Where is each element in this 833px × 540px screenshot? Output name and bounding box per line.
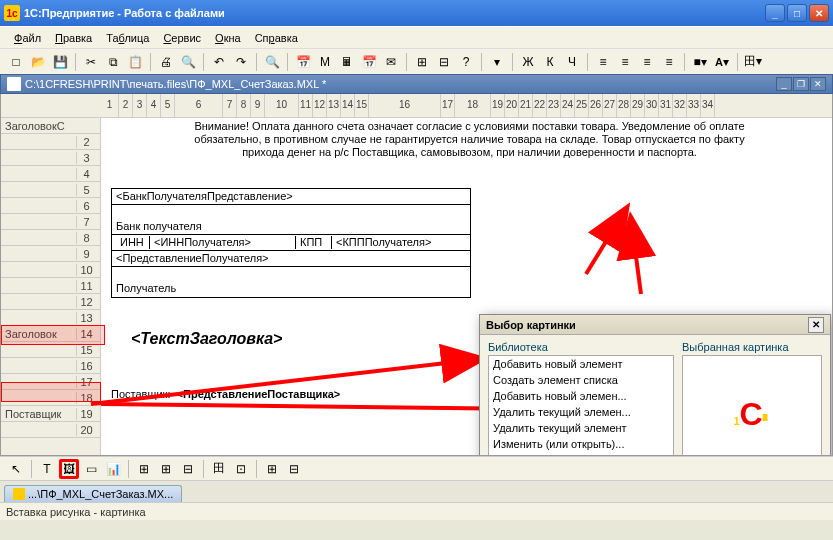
col-header[interactable]: 9 [251,94,265,117]
preview-icon[interactable]: 🔍 [178,52,198,72]
col-header[interactable]: 13 [327,94,341,117]
cut-icon[interactable]: ✂ [81,52,101,72]
zoom-icon[interactable]: 🔍 [262,52,282,72]
tb-dd[interactable]: ▾ [487,52,507,72]
col-header[interactable]: 2 [119,94,133,117]
menu-service[interactable]: Сервис [157,30,207,46]
mail-icon[interactable]: ✉ [381,52,401,72]
col-header[interactable]: 23 [547,94,561,117]
row-header-cell[interactable]: 4 [1,166,100,182]
bg-color-icon[interactable]: ■▾ [690,52,710,72]
col-header[interactable]: 27 [603,94,617,117]
underline-icon[interactable]: Ч [562,52,582,72]
list-item[interactable]: Удалить текущий элемент [489,420,673,436]
tb-b[interactable]: ⊟ [434,52,454,72]
row-header-cell[interactable]: 13 [1,310,100,326]
menu-windows[interactable]: Окна [209,30,247,46]
align-just-icon[interactable]: ≡ [659,52,679,72]
col-header[interactable]: 26 [589,94,603,117]
open-icon[interactable]: 📂 [28,52,48,72]
col-header[interactable]: 20 [505,94,519,117]
calendar-icon[interactable]: 📅 [293,52,313,72]
italic-icon[interactable]: К [540,52,560,72]
close-button[interactable]: ✕ [809,4,829,22]
col-header[interactable]: 17 [441,94,455,117]
list-item[interactable]: Добавить новый элемен... [489,388,673,404]
col-header[interactable]: 30 [645,94,659,117]
g1-icon[interactable]: ⊞ [134,459,154,479]
col-header[interactable]: 12 [313,94,327,117]
rect-icon[interactable]: ▭ [81,459,101,479]
bold-icon[interactable]: Ж [518,52,538,72]
menu-file[interactable]: Файл [8,30,47,46]
row-header-cell[interactable]: 18 [1,390,100,406]
text-icon[interactable]: T [37,459,57,479]
row-header-cell[interactable]: Поставщик19 [1,406,100,422]
copy-icon[interactable]: ⧉ [103,52,123,72]
list-item[interactable]: Добавить новый элемент [489,356,673,372]
dialog-close-icon[interactable]: ✕ [808,317,824,333]
split1-icon[interactable]: ⊞ [262,459,282,479]
align-right-icon[interactable]: ≡ [637,52,657,72]
col-header[interactable]: 11 [299,94,313,117]
m-icon[interactable]: M [315,52,335,72]
grid-icon[interactable]: 田 [209,459,229,479]
menu-help[interactable]: Справка [249,30,304,46]
col-header[interactable]: 5 [161,94,175,117]
print-icon[interactable]: 🖨 [156,52,176,72]
row-header-cell[interactable]: 15 [1,342,100,358]
tb-a[interactable]: ⊞ [412,52,432,72]
list-item[interactable]: Удалить текущий элемен... [489,404,673,420]
pointer-icon[interactable]: ↖ [6,459,26,479]
row-header-cell[interactable]: 11 [1,278,100,294]
row-header-cell[interactable]: 10 [1,262,100,278]
calc-icon[interactable]: 🖩 [337,52,357,72]
col-header[interactable]: 25 [575,94,589,117]
col-header[interactable]: 32 [673,94,687,117]
row-header-cell[interactable]: 6 [1,198,100,214]
col-header[interactable]: 24 [561,94,575,117]
doc-restore[interactable]: ❐ [793,77,809,91]
align-center-icon[interactable]: ≡ [615,52,635,72]
row-header-cell[interactable]: 8 [1,230,100,246]
col-header[interactable]: 1 [101,94,119,117]
save-icon[interactable]: 💾 [50,52,70,72]
col-header[interactable]: 15 [355,94,369,117]
undo-icon[interactable]: ↶ [209,52,229,72]
g3-icon[interactable]: ⊟ [178,459,198,479]
col-header[interactable]: 34 [701,94,715,117]
menu-edit[interactable]: Правка [49,30,98,46]
col-header[interactable]: 22 [533,94,547,117]
col-header[interactable]: 6 [175,94,223,117]
col-header[interactable]: 10 [265,94,299,117]
col-header[interactable]: 8 [237,94,251,117]
row-header-cell[interactable]: Заголовок14 [1,326,100,342]
new-icon[interactable]: □ [6,52,26,72]
row-header-cell[interactable]: 3 [1,150,100,166]
row-header-cell[interactable]: 2 [1,134,100,150]
row-header-cell[interactable]: 5 [1,182,100,198]
insert-image-icon[interactable]: 🖼 [59,459,79,479]
minimize-button[interactable]: _ [765,4,785,22]
row-header-cell[interactable]: 9 [1,246,100,262]
col-header[interactable]: 3 [133,94,147,117]
col-header[interactable]: 18 [455,94,491,117]
row-header-cell[interactable]: ЗаголовокС [1,118,100,134]
doc-minimize[interactable]: _ [776,77,792,91]
date-icon[interactable]: 📅 [359,52,379,72]
row-header-cell[interactable]: 17 [1,374,100,390]
tab-document[interactable]: ...\ПФ_MXL_СчетЗаказ.MX... [4,485,182,502]
col-header[interactable]: 16 [369,94,441,117]
list-item[interactable]: Создать элемент списка [489,372,673,388]
list-item[interactable]: Изменить (или открыть)... [489,436,673,452]
col-header[interactable]: 31 [659,94,673,117]
border-icon[interactable]: 田▾ [743,52,763,72]
col-header[interactable]: 28 [617,94,631,117]
chart-icon[interactable]: 📊 [103,459,123,479]
col-header[interactable]: 7 [223,94,237,117]
help-icon[interactable]: ? [456,52,476,72]
paste-icon[interactable]: 📋 [125,52,145,72]
align-left-icon[interactable]: ≡ [593,52,613,72]
font-color-icon[interactable]: A▾ [712,52,732,72]
row-header-cell[interactable]: 12 [1,294,100,310]
